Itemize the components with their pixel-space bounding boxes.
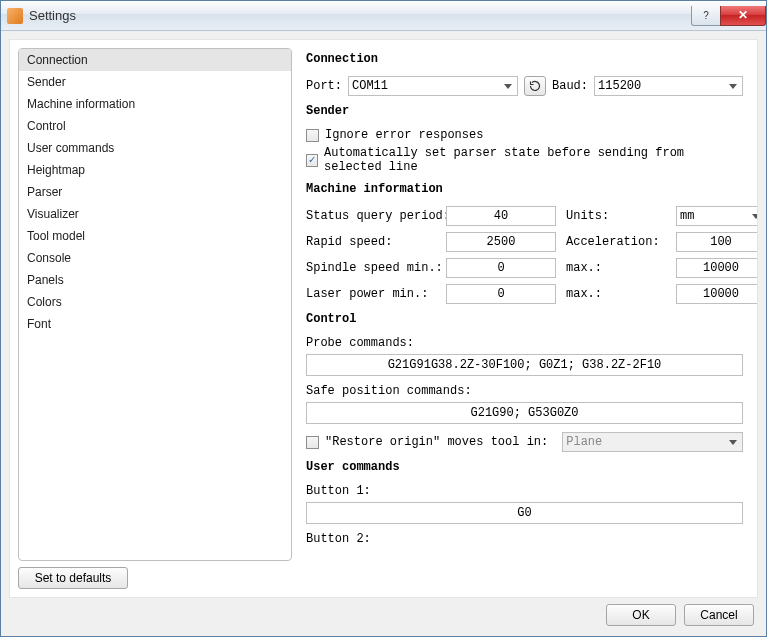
ok-button[interactable]: OK [606, 604, 676, 626]
port-label: Port: [306, 79, 342, 93]
rapid-speed-label: Rapid speed: [306, 235, 436, 249]
sidebar-item-colors[interactable]: Colors [19, 291, 291, 313]
section-machine-info-title: Machine information [306, 182, 743, 196]
restore-origin-label: "Restore origin" moves tool in: [325, 435, 548, 449]
rapid-speed-input[interactable] [446, 232, 556, 252]
help-button[interactable]: ? [691, 6, 721, 26]
restore-origin-combo: Plane [562, 432, 743, 452]
sidebar-item-control[interactable]: Control [19, 115, 291, 137]
spindle-max-label: max.: [566, 261, 666, 275]
sidebar: ConnectionSenderMachine informationContr… [10, 40, 300, 597]
ignore-errors-label: Ignore error responses [325, 128, 483, 142]
spindle-max-input[interactable] [676, 258, 757, 278]
sidebar-item-sender[interactable]: Sender [19, 71, 291, 93]
section-user-commands-title: User commands [306, 460, 743, 474]
auto-parser-checkbox[interactable]: Automatically set parser state before se… [306, 146, 743, 174]
auto-parser-label: Automatically set parser state before se… [324, 146, 743, 174]
set-defaults-button[interactable]: Set to defaults [18, 567, 128, 589]
sidebar-item-parser[interactable]: Parser [19, 181, 291, 203]
refresh-icon [529, 80, 541, 92]
safe-position-input[interactable] [306, 402, 743, 424]
sidebar-item-machine-information[interactable]: Machine information [19, 93, 291, 115]
dialog-footer: OK Cancel [9, 598, 758, 628]
port-combo[interactable]: COM11 [348, 76, 518, 96]
cancel-button[interactable]: Cancel [684, 604, 754, 626]
spindle-min-input[interactable] [446, 258, 556, 278]
laser-max-label: max.: [566, 287, 666, 301]
settings-panel: Connection Port: COM11 Baud: 115200 Send… [300, 40, 757, 597]
sidebar-item-console[interactable]: Console [19, 247, 291, 269]
safe-position-label: Safe position commands: [306, 384, 743, 398]
sidebar-item-font[interactable]: Font [19, 313, 291, 335]
category-list[interactable]: ConnectionSenderMachine informationContr… [18, 48, 292, 561]
sidebar-item-visualizer[interactable]: Visualizer [19, 203, 291, 225]
restore-origin-checkbox[interactable]: "Restore origin" moves tool in: [306, 435, 548, 449]
acceleration-label: Acceleration: [566, 235, 666, 249]
sidebar-item-connection[interactable]: Connection [19, 49, 291, 71]
sidebar-item-panels[interactable]: Panels [19, 269, 291, 291]
app-icon [7, 8, 23, 24]
baud-label: Baud: [552, 79, 588, 93]
titlebar: Settings ? ✕ [1, 1, 766, 31]
laser-min-input[interactable] [446, 284, 556, 304]
status-query-input[interactable] [446, 206, 556, 226]
button1-label: Button 1: [306, 484, 743, 498]
probe-commands-label: Probe commands: [306, 336, 743, 350]
acceleration-input[interactable] [676, 232, 757, 252]
content-area: ConnectionSenderMachine informationContr… [1, 31, 766, 636]
probe-commands-input[interactable] [306, 354, 743, 376]
laser-max-input[interactable] [676, 284, 757, 304]
button2-label: Button 2: [306, 532, 743, 546]
sidebar-item-user-commands[interactable]: User commands [19, 137, 291, 159]
laser-min-label: Laser power min.: [306, 287, 436, 301]
status-query-label: Status query period: [306, 209, 436, 223]
units-combo[interactable]: mm [676, 206, 757, 226]
button1-input[interactable] [306, 502, 743, 524]
close-button[interactable]: ✕ [720, 6, 766, 26]
sidebar-item-heightmap[interactable]: Heightmap [19, 159, 291, 181]
spindle-min-label: Spindle speed min.: [306, 261, 436, 275]
units-label: Units: [566, 209, 666, 223]
section-sender-title: Sender [306, 104, 743, 118]
section-control-title: Control [306, 312, 743, 326]
baud-combo[interactable]: 115200 [594, 76, 743, 96]
settings-window: Settings ? ✕ ConnectionSenderMachine inf… [0, 0, 767, 637]
main-panel: ConnectionSenderMachine informationContr… [9, 39, 758, 598]
sidebar-item-tool-model[interactable]: Tool model [19, 225, 291, 247]
window-title: Settings [29, 8, 692, 23]
refresh-ports-button[interactable] [524, 76, 546, 96]
ignore-errors-checkbox[interactable]: Ignore error responses [306, 128, 743, 142]
section-connection-title: Connection [306, 52, 743, 66]
